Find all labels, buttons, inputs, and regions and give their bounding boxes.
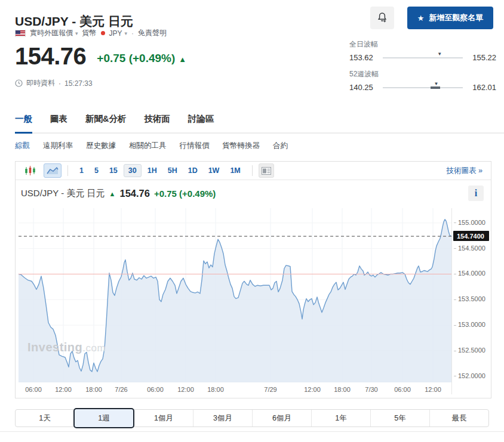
subtab-contracts[interactable]: 合約: [273, 141, 288, 151]
bell-plus-icon: [377, 12, 388, 24]
technical-chart-link[interactable]: 技術圖表 »: [447, 166, 483, 176]
x-axis: 06:0012:0018:007/2606:0012:0018:007/2912…: [19, 386, 451, 395]
news-layout-icon: [262, 167, 271, 175]
create-alert-button[interactable]: [370, 7, 394, 29]
subtab-currency-converter[interactable]: 貨幣轉換器: [223, 141, 260, 151]
chart-toolbar: 1 5 15 30 1H 5H 1D 1W 1M 技術圖表 »: [16, 162, 491, 180]
y-axis-label: 153.0000: [454, 321, 485, 328]
period-3mo[interactable]: 3個月: [193, 410, 252, 426]
watermark-light: .com: [82, 342, 106, 354]
last-price: 154.76: [15, 44, 86, 68]
chevron-down-icon[interactable]: ▾: [125, 30, 128, 36]
toolbar-divider: [67, 165, 68, 176]
timeframe-1h[interactable]: 1H: [143, 164, 162, 177]
subtab-related-tools[interactable]: 相關的工具: [129, 141, 167, 151]
daily-range-marker-icon: ▼: [437, 52, 442, 57]
x-axis-label: 18:00: [198, 386, 233, 393]
timeframe-5[interactable]: 5: [90, 164, 103, 177]
tab-charts[interactable]: 圖表: [50, 113, 67, 134]
subtab-forward-rates[interactable]: 遠期利率: [43, 141, 73, 151]
timeframe-1w[interactable]: 1W: [204, 164, 225, 177]
page-title: USD/JPY - 美元 日元: [15, 13, 133, 30]
price-chart-plot[interactable]: Investing.com: [19, 208, 451, 382]
chart-widget: 1 5 15 30 1H 5H 1D 1W 1M 技術圖表 » USD/JPY …: [15, 161, 491, 398]
realtime-label: 即時資料: [26, 78, 55, 88]
y-axis-label: 152.0000: [454, 372, 485, 379]
tab-technical[interactable]: 技術面: [144, 113, 170, 134]
quote-time: 15:27:33: [64, 79, 93, 88]
sub-tabs: 綜觀 遠期利率 歷史數據 相關的工具 行情報價 貨幣轉換器 合約: [15, 141, 288, 151]
time-separator: ·: [59, 79, 61, 88]
candlestick-chart-button[interactable]: [21, 163, 39, 178]
info-icon[interactable]: i: [468, 186, 484, 201]
timeframe-15[interactable]: 15: [105, 164, 122, 177]
tab-general[interactable]: 一般: [15, 113, 32, 134]
x-axis-label: 7/29: [253, 386, 288, 393]
disclaimer-link[interactable]: 免責聲明: [138, 28, 167, 38]
y-axis-label: 152.5000: [454, 347, 485, 354]
area-chart-button[interactable]: [44, 163, 62, 178]
chart-header: USD/JPY - 美元 日元 ▲ 154.76 +0.75 (+0.49%): [21, 188, 216, 199]
week52-range-low: 140.25: [349, 83, 377, 92]
area-chart-icon: [47, 166, 59, 175]
y-axis-label: 155.0000: [454, 219, 485, 226]
price-chart-svg[interactable]: [19, 208, 451, 382]
timeframe-1m[interactable]: 1M: [225, 164, 245, 177]
ranges-panel: 全日波幅 153.62 ▼ 155.22 52週波幅 140.25 ▼ 162.…: [349, 39, 496, 99]
watermark: Investing.com: [27, 341, 106, 354]
period-5y[interactable]: 5年: [370, 410, 429, 426]
week52-range-row: 140.25 ▼ 162.01: [349, 83, 496, 92]
period-1mo[interactable]: 1個月: [134, 410, 193, 426]
x-axis-label: 7/26: [103, 386, 139, 393]
breadcrumb-separator: ·: [131, 29, 134, 38]
chart-last-price: 154.76: [119, 188, 149, 199]
candlestick-icon: [24, 165, 36, 177]
week52-range-label: 52週波幅: [349, 69, 496, 79]
period-1d[interactable]: 1天: [16, 410, 74, 426]
add-to-watchlist-label: 新增至觀察名單: [429, 13, 483, 23]
star-icon: ★: [417, 14, 425, 23]
quote-time-row: 即時資料 · 15:27:33: [15, 78, 93, 88]
area-series-fill: [19, 220, 451, 382]
week52-range-high: 162.01: [469, 83, 496, 92]
tab-news-analysis[interactable]: 新聞&分析: [85, 113, 126, 134]
week52-range-track: ▼: [383, 87, 463, 88]
tab-comments[interactable]: 討論區: [188, 113, 214, 134]
y-axis-label: 154.5000: [454, 245, 485, 252]
y-axis: 155.0000154.5000154.0000153.5000153.0000…: [451, 208, 491, 394]
breadcrumb-quotes-link[interactable]: 實時外匯報價: [30, 28, 73, 38]
daily-range-high: 155.22: [469, 53, 496, 62]
chart-price-change: +0.75 (+0.49%): [154, 188, 216, 199]
breadcrumb-currency-link[interactable]: 貨幣: [82, 28, 97, 38]
period-1y[interactable]: 1年: [311, 410, 370, 426]
timeframe-1d[interactable]: 1D: [183, 164, 202, 177]
toolbar-divider: [252, 165, 253, 176]
period-6mo[interactable]: 6個月: [252, 410, 311, 426]
up-arrow-icon: ▲: [179, 55, 186, 64]
period-1w[interactable]: 1週: [73, 408, 134, 428]
add-to-watchlist-button[interactable]: ★ 新增至觀察名單: [407, 7, 493, 29]
week52-range-segment: [431, 86, 440, 89]
timeframe-5h[interactable]: 5H: [163, 164, 182, 177]
y-axis-label: 154.0000: [454, 270, 485, 277]
clock-icon: [15, 79, 23, 87]
subtab-quotes[interactable]: 行情報價: [180, 141, 210, 151]
breadcrumb: 實時外匯報價 ▾ 貨幣 JPY ▾ · 免責聲明: [15, 28, 167, 38]
subtab-historical-data[interactable]: 歷史數據: [86, 141, 116, 151]
period-bar: 1天 1週 1個月 3個月 6個月 1年 5年 最長: [15, 409, 489, 427]
quote-row: 154.76 +0.75 (+0.49%) ▲: [15, 44, 186, 68]
timeframe-1[interactable]: 1: [75, 164, 88, 177]
subtab-overview[interactable]: 綜觀: [15, 141, 30, 151]
week52-range-marker-icon: ▼: [434, 82, 438, 86]
price-change: +0.75 (+0.49%): [97, 52, 175, 65]
news-overlay-button[interactable]: [259, 163, 274, 178]
timeframe-30[interactable]: 30: [124, 164, 142, 177]
chart-instrument-name: USD/JPY - 美元 日元: [21, 188, 105, 199]
daily-range-track: ▼: [383, 57, 463, 58]
daily-range-row: 153.62 ▼ 155.22: [349, 53, 496, 62]
breadcrumb-code[interactable]: JPY: [109, 29, 122, 38]
period-max[interactable]: 最長: [429, 410, 488, 426]
us-flag-icon: [15, 30, 26, 37]
currency-dot-icon: [101, 31, 105, 35]
chevron-down-icon[interactable]: ▾: [75, 30, 78, 36]
